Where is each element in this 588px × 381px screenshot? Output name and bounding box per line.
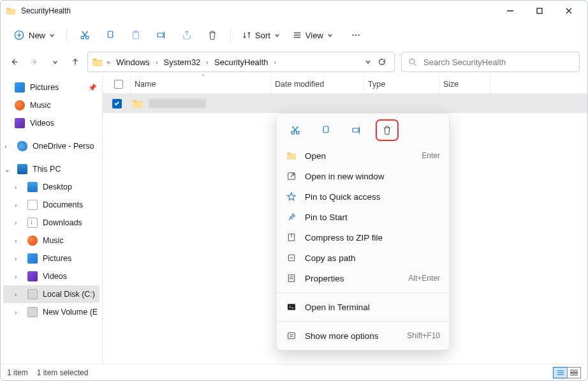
ctx-cut-button[interactable] xyxy=(286,121,305,139)
sidebar-item-pictures[interactable]: Pictures📌 xyxy=(1,78,102,96)
view-label: View xyxy=(305,31,323,40)
open-new-window-icon xyxy=(286,171,297,181)
ctx-open[interactable]: OpenEnter xyxy=(277,146,449,166)
chevron-right-icon[interactable]: › xyxy=(204,58,210,66)
paste-button[interactable] xyxy=(124,25,147,45)
star-icon xyxy=(286,191,297,202)
sidebar-item-onedrive[interactable]: ›OneDrive - Perso xyxy=(1,137,102,155)
sidebar-item-new-volume[interactable]: ›New Volume (E xyxy=(1,303,102,321)
ctx-pin-start[interactable]: Pin to Start xyxy=(277,207,449,227)
svg-rect-45 xyxy=(571,370,573,373)
breadcrumb-item[interactable]: SecurityHealth xyxy=(212,57,271,67)
row-checkbox[interactable] xyxy=(103,99,131,108)
column-date[interactable]: Date modified xyxy=(271,75,364,93)
sidebar-item-music[interactable]: Music xyxy=(1,96,102,114)
maximize-button[interactable] xyxy=(525,1,554,21)
downloads-icon xyxy=(27,218,38,228)
thumbnails-view-button[interactable] xyxy=(567,367,581,378)
address-row: « Windows › System32 › SecurityHealth › … xyxy=(1,49,587,75)
copy-button[interactable] xyxy=(99,25,122,45)
ctx-copy-button[interactable] xyxy=(316,121,335,139)
thispc-icon xyxy=(17,164,27,174)
up-button[interactable] xyxy=(70,56,81,68)
onedrive-icon xyxy=(17,141,27,151)
svg-rect-46 xyxy=(575,370,577,373)
sidebar-item-music[interactable]: ›Music xyxy=(1,232,102,250)
delete-button[interactable] xyxy=(201,25,224,45)
ctx-delete-button[interactable] xyxy=(378,121,397,139)
refresh-icon[interactable] xyxy=(378,57,386,66)
sidebar-item-documents[interactable]: ›Documents xyxy=(1,196,102,214)
chevron-down-icon xyxy=(327,33,333,38)
chevron-right-icon[interactable]: › xyxy=(272,58,279,66)
sidebar-item-downloads[interactable]: ›Downloads xyxy=(1,214,102,232)
collapse-icon[interactable]: ⌄ xyxy=(4,166,12,173)
file-row[interactable] xyxy=(103,94,587,113)
new-button[interactable]: New xyxy=(8,27,60,43)
sidebar-item-pictures[interactable]: ›Pictures xyxy=(1,250,102,267)
search-input[interactable]: Search SecurityHealth xyxy=(401,52,580,72)
column-name[interactable]: Name⌃ xyxy=(131,75,271,93)
search-icon xyxy=(408,57,417,66)
column-size[interactable]: Size xyxy=(439,75,490,93)
ctx-open-new-window[interactable]: Open in new window xyxy=(277,166,449,186)
ctx-terminal[interactable]: Open in Terminal xyxy=(277,297,449,317)
chevron-down-icon xyxy=(49,33,55,38)
view-button[interactable]: View xyxy=(288,28,338,43)
toolbar: New Sort View xyxy=(1,21,587,49)
rename-button[interactable] xyxy=(150,25,173,45)
chevron-down-icon[interactable] xyxy=(365,59,371,65)
minimize-button[interactable] xyxy=(496,1,525,21)
selected-count: 1 item selected xyxy=(37,368,89,377)
svg-rect-39 xyxy=(288,332,295,338)
sort-label: Sort xyxy=(255,31,270,40)
chevron-right-icon[interactable]: › xyxy=(154,58,160,66)
close-button[interactable] xyxy=(554,1,584,21)
ctx-more-options[interactable]: Show more optionsShift+F10 xyxy=(277,325,449,346)
documents-icon xyxy=(27,200,38,210)
sidebar-item-local-disk[interactable]: ›Local Disk (C:) xyxy=(3,285,99,303)
sort-button[interactable]: Sort xyxy=(237,28,285,43)
desktop-icon xyxy=(27,182,38,192)
expand-icon[interactable]: › xyxy=(4,143,12,150)
breadcrumb-item[interactable]: System32 xyxy=(161,57,203,67)
new-label: New xyxy=(29,31,45,40)
svg-point-22 xyxy=(409,59,415,64)
svg-rect-1 xyxy=(537,8,542,13)
music-icon xyxy=(27,235,38,246)
ctx-properties[interactable]: PropertiesAlt+Enter xyxy=(277,268,449,288)
select-all-checkbox[interactable] xyxy=(103,75,131,93)
folder-icon xyxy=(132,98,143,109)
ctx-compress[interactable]: Compress to ZIP file xyxy=(277,227,449,248)
copy-path-icon xyxy=(286,253,297,263)
sidebar-item-videos[interactable]: Videos xyxy=(1,114,102,132)
address-bar[interactable]: « Windows › System32 › SecurityHealth › xyxy=(87,52,395,72)
svg-rect-29 xyxy=(353,128,358,132)
recent-dropdown[interactable] xyxy=(49,56,61,68)
ctx-copy-path[interactable]: Copy as path xyxy=(277,248,449,268)
forward-button[interactable] xyxy=(29,56,40,68)
sidebar-item-videos[interactable]: ›Videos xyxy=(1,267,102,285)
ctx-rename-button[interactable] xyxy=(347,121,366,139)
details-view-button[interactable] xyxy=(553,367,567,378)
pin-icon: 📌 xyxy=(88,84,97,92)
breadcrumb-prefix[interactable]: « xyxy=(105,58,112,66)
ctx-pin-quick[interactable]: Pin to Quick access xyxy=(277,186,449,207)
status-bar: 1 item 1 item selected xyxy=(1,364,587,380)
disk-icon xyxy=(27,289,38,299)
videos-icon xyxy=(15,118,25,128)
svg-rect-38 xyxy=(288,304,295,310)
more-button[interactable] xyxy=(344,25,367,45)
back-button[interactable] xyxy=(8,56,20,68)
svg-point-21 xyxy=(358,34,359,36)
sidebar-item-desktop[interactable]: ›Desktop xyxy=(1,178,102,196)
svg-rect-47 xyxy=(571,373,573,375)
window-title: SecurityHealth xyxy=(21,6,496,15)
sidebar-item-thispc[interactable]: ⌄This PC xyxy=(1,160,102,178)
folder-icon xyxy=(92,56,103,68)
cut-button[interactable] xyxy=(73,25,96,45)
column-type[interactable]: Type xyxy=(364,75,439,93)
breadcrumb-item[interactable]: Windows xyxy=(114,57,152,67)
terminal-icon xyxy=(286,302,297,312)
share-button[interactable] xyxy=(175,25,198,45)
